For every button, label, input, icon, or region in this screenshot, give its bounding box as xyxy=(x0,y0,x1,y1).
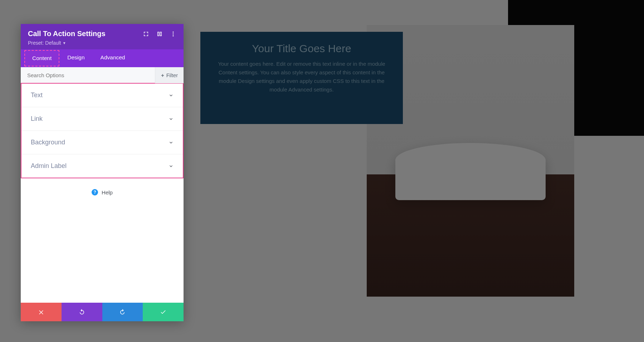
chevron-down-icon xyxy=(169,140,174,145)
panel-spacer xyxy=(21,199,184,303)
tab-design[interactable]: Design xyxy=(59,49,92,67)
filter-label: Filter xyxy=(166,73,178,78)
expand-icon[interactable] xyxy=(143,31,149,37)
preset-selector[interactable]: Preset: Default ▼ xyxy=(28,40,176,46)
option-label: Admin Label xyxy=(31,162,67,170)
cancel-button[interactable] xyxy=(21,303,62,321)
svg-point-0 xyxy=(173,31,174,33)
chevron-down-icon xyxy=(169,93,174,98)
option-label: Link xyxy=(31,115,43,123)
redo-button[interactable] xyxy=(102,303,143,321)
undo-icon xyxy=(79,309,85,315)
option-label: Background xyxy=(31,139,65,146)
option-background[interactable]: Background xyxy=(21,131,183,154)
svg-point-2 xyxy=(173,35,174,36)
caret-down-icon: ▼ xyxy=(63,41,66,45)
option-label: Text xyxy=(31,91,43,99)
panel-footer xyxy=(21,303,184,321)
check-icon xyxy=(160,309,166,315)
plus-icon: + xyxy=(161,73,164,78)
option-admin-label[interactable]: Admin Label xyxy=(21,154,183,178)
columns-icon[interactable] xyxy=(156,31,163,37)
search-row: + Filter xyxy=(21,67,184,84)
save-button[interactable] xyxy=(143,303,184,321)
tabs: Content Design Advanced xyxy=(21,49,184,67)
preset-label: Preset: xyxy=(28,40,44,46)
panel-title-row: Call To Action Settings xyxy=(28,30,176,38)
panel-title: Call To Action Settings xyxy=(28,30,106,38)
help-button[interactable]: ? Help xyxy=(21,178,184,199)
option-text[interactable]: Text xyxy=(21,84,183,107)
close-icon xyxy=(38,309,44,315)
preset-value: Default xyxy=(45,40,61,46)
chevron-down-icon xyxy=(169,164,174,169)
panel-header: Call To Action Settings Preset: Default … xyxy=(21,24,184,49)
svg-point-1 xyxy=(173,33,174,34)
filter-button[interactable]: + Filter xyxy=(155,67,184,83)
search-input[interactable] xyxy=(21,67,155,83)
undo-button[interactable] xyxy=(62,303,102,321)
options-list: Text Link Background Admin Label xyxy=(21,83,184,178)
option-link[interactable]: Link xyxy=(21,107,183,131)
header-icons xyxy=(143,31,176,37)
help-icon: ? xyxy=(92,189,98,195)
chevron-down-icon xyxy=(169,117,174,122)
redo-icon xyxy=(119,309,126,315)
help-label: Help xyxy=(102,189,113,195)
tab-advanced[interactable]: Advanced xyxy=(93,49,133,67)
settings-panel: Call To Action Settings Preset: Default … xyxy=(21,24,184,321)
menu-icon[interactable] xyxy=(170,31,176,37)
tab-content[interactable]: Content xyxy=(24,50,59,66)
